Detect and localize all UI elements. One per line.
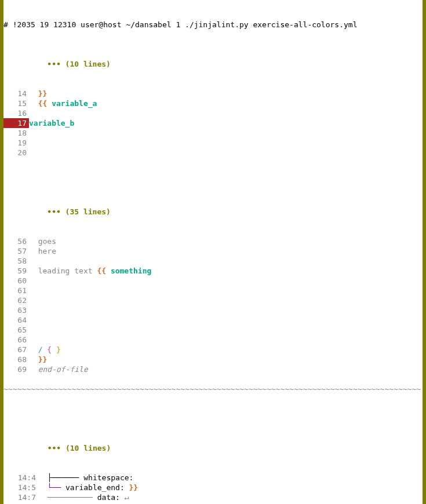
jinja-delimiter: {{ xyxy=(38,99,52,108)
tree-branch-icon: └── xyxy=(38,483,61,492)
node-label: whitespace: xyxy=(79,473,133,482)
line-number: 61 xyxy=(3,286,29,295)
line-number: 59 xyxy=(3,266,29,276)
text: leading text xyxy=(29,266,97,275)
source-line[interactable]: 16 xyxy=(3,108,423,118)
source-line[interactable]: 15 {{ variable_a xyxy=(3,98,423,108)
fold-dots: ••• (10 lines) xyxy=(48,444,111,452)
node-label: variable_end: xyxy=(61,483,129,492)
prompt-text: # !2035 19 12310 user@host ~/dansabel 1 … xyxy=(3,20,357,29)
line-number: 63 xyxy=(3,305,29,315)
pane-separator: ~~~~~~~~~~~~~~~~~~~~~~~~~~~~~~~~~~~~~~~~… xyxy=(0,384,426,394)
source-line[interactable]: 66 xyxy=(3,335,423,345)
line-number: 20 xyxy=(3,148,29,158)
position: 14:4 xyxy=(3,473,38,483)
line-number: 15 xyxy=(3,98,29,108)
blank-row xyxy=(3,177,423,187)
source-line[interactable]: 19 xyxy=(3,138,423,148)
source-line[interactable]: 68 }} xyxy=(3,355,423,364)
blank-row xyxy=(3,414,423,423)
source-line[interactable]: 67 / { } xyxy=(3,345,423,355)
tree-row[interactable]: 14:5 └── variable_end: }} xyxy=(3,483,423,492)
fold-dots: ••• (10 lines) xyxy=(47,60,111,68)
line-number: 16 xyxy=(3,108,29,118)
text: end-of-file xyxy=(29,365,88,374)
source-line[interactable]: 61 xyxy=(3,286,423,295)
source-line[interactable]: 60 xyxy=(3,276,423,286)
source-line[interactable]: 18 xyxy=(3,128,423,138)
jinja-variable: variable_b xyxy=(29,119,74,127)
source-line[interactable]: 20 xyxy=(3,148,423,158)
tree-row[interactable]: 14:7 ────────── data: ↵ xyxy=(3,492,423,502)
line-number: 18 xyxy=(3,128,29,138)
position: 14:7 xyxy=(3,492,38,502)
line-number: 64 xyxy=(3,315,29,325)
source-line[interactable]: 56 goes xyxy=(3,236,423,246)
source-line[interactable]: 59 leading text {{ something xyxy=(3,266,423,276)
line-number: 60 xyxy=(3,276,29,286)
line-number: 17 xyxy=(3,118,29,128)
jinja-delimiter: }} xyxy=(38,355,48,364)
fold-dots: ••• (35 lines) xyxy=(47,207,111,216)
source-pane[interactable]: ••• (10 lines) 14 }}15 {{ variable_a1617… xyxy=(0,39,426,384)
source-line[interactable]: 63 xyxy=(3,305,423,315)
jinja-variable: something xyxy=(111,266,151,275)
source-line[interactable]: 17variable_b xyxy=(3,118,423,128)
folded-indicator: ••• (10 lines) xyxy=(3,443,423,453)
tree-row[interactable]: 14:4 ├────── whitespace: xyxy=(3,473,423,483)
line-number: 68 xyxy=(3,355,29,364)
line-number: 66 xyxy=(3,335,29,345)
jinja-variable: variable_a xyxy=(52,99,97,108)
jinja-delimiter: }} xyxy=(129,483,139,492)
line-number: 56 xyxy=(3,236,29,246)
line-number: 57 xyxy=(3,246,29,256)
jinja-delimiter: }} xyxy=(38,89,48,98)
line-number: 65 xyxy=(3,325,29,335)
source-line[interactable]: 69 end-of-file xyxy=(3,364,423,374)
source-line[interactable]: 14 }} xyxy=(3,89,423,98)
source-line[interactable]: 65 xyxy=(3,325,423,335)
source-line[interactable]: 57 here xyxy=(3,246,423,256)
source-line[interactable]: 64 xyxy=(3,315,423,325)
source-line[interactable]: 58 xyxy=(3,256,423,266)
text: here xyxy=(29,247,56,255)
tree-branch-icon: ────────── xyxy=(38,493,93,502)
position: 14:5 xyxy=(3,483,38,492)
line-number: 58 xyxy=(3,256,29,266)
text: goes xyxy=(29,237,56,246)
jinja-delimiter: {{ xyxy=(97,266,110,275)
line-number: 62 xyxy=(3,295,29,305)
node-label: data: xyxy=(93,493,125,502)
source-line[interactable]: 62 xyxy=(3,295,423,305)
folded-indicator: ••• (35 lines) xyxy=(3,207,423,217)
top-prompt: # !2035 19 12310 user@host ~/dansabel 1 … xyxy=(0,0,426,39)
tree-pane[interactable]: ••• (10 lines) 14:4 ├────── whitespace:1… xyxy=(0,394,426,504)
newline-icon: ↵ xyxy=(125,493,129,502)
line-number: 69 xyxy=(3,364,29,374)
line-number: 19 xyxy=(3,138,29,148)
operator: } xyxy=(56,345,61,354)
tree-branch-icon: ├────── xyxy=(38,473,79,482)
line-number: 67 xyxy=(3,345,29,355)
operator: { xyxy=(42,345,56,354)
line-number: 14 xyxy=(3,89,29,98)
prompt-line: # !2035 19 12310 user@host ~/dansabel 1 … xyxy=(3,20,423,30)
folded-indicator: ••• (10 lines) xyxy=(3,59,423,69)
